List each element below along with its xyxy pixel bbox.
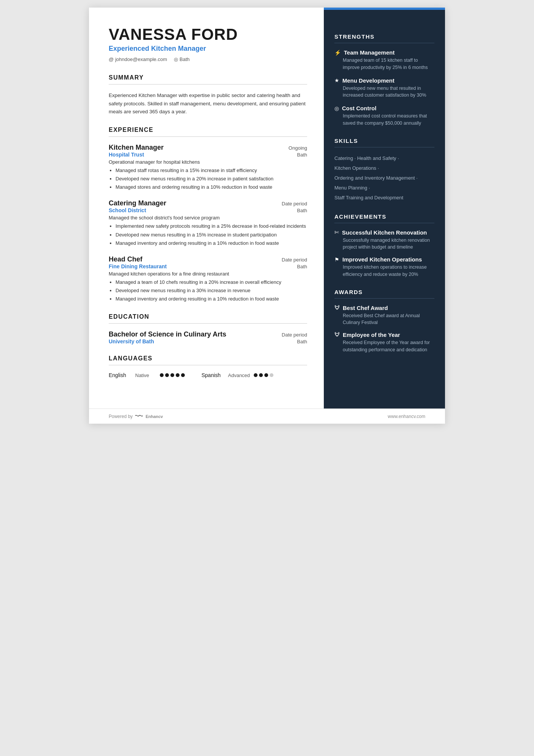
lang-2-level: Advanced — [228, 373, 250, 378]
awards-divider — [334, 298, 434, 299]
footer: Powered by Enhancv www.enhancv.com — [89, 409, 445, 424]
edu-org: University of Bath — [109, 338, 154, 344]
list-item: Implemented new safety protocols resulti… — [116, 222, 307, 230]
achievement-2-desc: Improved kitchen operations to increase … — [334, 264, 434, 278]
award-2: Employee of the Year Received Employee o… — [334, 332, 434, 354]
skills-title: SKILLS — [334, 138, 434, 144]
resume-container: VANESSA FORD Experienced Kitchen Manager… — [89, 8, 445, 424]
lang-1-name: English — [109, 372, 131, 378]
achievement-2: ⚑ Improved Kitchen Operations Improved k… — [334, 256, 434, 278]
lightning-icon: ⚡ — [334, 50, 341, 56]
job-2-date: Date period — [282, 201, 307, 207]
star-icon: ★ — [334, 77, 339, 83]
skill-item: Health and Safety — [357, 155, 396, 161]
languages-section: LANGUAGES English Native Spanish Advance… — [109, 355, 307, 378]
list-item: Managed inventory and ordering resulting… — [116, 295, 307, 303]
powered-by-text: Powered by — [109, 414, 133, 419]
location-contact: ◎ Bath — [174, 56, 190, 62]
list-item: Developed new menus resulting in a 30% i… — [116, 287, 307, 294]
skill-item: Staff Training and Development — [334, 195, 403, 200]
header-section: VANESSA FORD Experienced Kitchen Manager… — [109, 26, 307, 62]
skill-dot: · — [415, 175, 417, 181]
list-item: Managed stores and ordering resulting in… — [116, 183, 307, 191]
job-1-description: Operational manager for hospital kitchen… — [109, 159, 307, 165]
list-item: Managed a team of 10 chefs resulting in … — [116, 279, 307, 286]
trophy-icon — [334, 305, 340, 311]
dot — [270, 373, 273, 377]
skill-item: Menu Planning — [334, 185, 367, 191]
left-column: VANESSA FORD Experienced Kitchen Manager… — [89, 8, 324, 424]
achievement-1-desc: Successfully managed kitchen renovation … — [334, 237, 434, 251]
skill-dot: · — [353, 155, 357, 161]
job-3-org: Fine Dining Restaurant — [109, 263, 167, 269]
strength-3: ◎ Cost Control Implemented cost control … — [334, 105, 434, 127]
edu-entry-1: Bachelor of Science in Culinary Arts Dat… — [109, 330, 307, 344]
skills-section: SKILLS Catering · Health and Safety · Ki… — [334, 138, 434, 203]
skill-item: Ordering and Inventory Management — [334, 175, 415, 181]
job-1-title: Kitchen Manager — [109, 144, 164, 152]
list-item: Developed new menus resulting in a 15% i… — [116, 231, 307, 239]
award-2-title: Employee of the Year — [343, 332, 400, 338]
education-section: EDUCATION Bachelor of Science in Culinar… — [109, 313, 307, 344]
skills-list: Catering · Health and Safety · Kitchen O… — [334, 153, 434, 203]
brand-name: Enhancv — [145, 414, 163, 419]
lang-1-dots — [160, 373, 185, 377]
experience-divider — [109, 136, 307, 137]
lang-1-level: Native — [135, 373, 156, 378]
candidate-title: Experienced Kitchen Manager — [109, 45, 307, 53]
top-accent-bar — [324, 8, 445, 10]
skill-item: Kitchen Operations — [334, 165, 376, 171]
job-1-org: Hospital Trust — [109, 152, 144, 158]
skills-divider — [334, 147, 434, 147]
strength-1-title: Team Management — [344, 49, 395, 56]
achievement-1: ✄ Successful Kitchen Renovation Successf… — [334, 229, 434, 251]
right-column: STRENGTHS ⚡ Team Management Managed team… — [324, 8, 445, 424]
award-2-desc: Received Employee of the Year award for … — [334, 339, 434, 354]
languages-row: English Native Spanish Advanced — [109, 372, 307, 378]
awards-title: AWARDS — [334, 289, 434, 295]
award-1-title: Best Chef Award — [343, 305, 388, 311]
contact-info: @ johndoe@example.com ◎ Bath — [109, 56, 307, 62]
list-item: Managed staff rotas resulting in a 15% i… — [116, 167, 307, 174]
job-3: Head Chef Date period Fine Dining Restau… — [109, 255, 307, 303]
job-3-date: Date period — [282, 257, 307, 263]
achievement-1-title: Successful Kitchen Renovation — [342, 229, 427, 236]
skill-dot: · — [367, 185, 370, 191]
flag-icon: ⚑ — [334, 257, 339, 263]
dot — [165, 373, 169, 377]
footer-url: www.enhancv.com — [388, 414, 425, 419]
languages-title: LANGUAGES — [109, 355, 307, 362]
job-3-title: Head Chef — [109, 255, 142, 263]
strength-3-title: Cost Control — [342, 105, 376, 111]
strength-2-title: Menu Development — [342, 77, 395, 84]
dot — [254, 373, 258, 377]
skill-item: Catering — [334, 155, 353, 161]
location-icon: ◎ — [174, 56, 178, 62]
strength-2: ★ Menu Development Developed new menu th… — [334, 77, 434, 99]
trophy-2-icon — [334, 332, 340, 338]
dot — [264, 373, 268, 377]
strength-1-desc: Managed team of 15 kitchen staff to impr… — [334, 57, 434, 71]
email-contact: @ johndoe@example.com — [109, 56, 167, 62]
award-1: Best Chef Award Received Best Chef award… — [334, 305, 434, 327]
dot — [176, 373, 180, 377]
dot — [181, 373, 185, 377]
dot — [160, 373, 164, 377]
achievements-divider — [334, 223, 434, 223]
enhancv-logo — [135, 413, 143, 419]
lang-2-dots — [254, 373, 273, 377]
job-3-location: Bath — [297, 264, 307, 269]
email-icon: @ — [109, 56, 114, 62]
summary-section: SUMMARY Experienced Kitchen Manager with… — [109, 74, 307, 116]
experience-section: EXPERIENCE Kitchen Manager Ongoing Hospi… — [109, 127, 307, 303]
languages-divider — [109, 365, 307, 365]
circle-icon: ◎ — [334, 105, 339, 111]
job-3-description: Managed kitchen operations for a fine di… — [109, 271, 307, 277]
experience-title: EXPERIENCE — [109, 127, 307, 133]
job-2-bullets: Implemented new safety protocols resulti… — [109, 222, 307, 247]
strength-3-desc: Implemented cost control measures that s… — [334, 113, 434, 127]
list-item: Developed new menus resulting in a 20% i… — [116, 175, 307, 183]
edu-date: Date period — [282, 332, 307, 338]
candidate-name: VANESSA FORD — [109, 26, 307, 43]
strengths-divider — [334, 43, 434, 43]
